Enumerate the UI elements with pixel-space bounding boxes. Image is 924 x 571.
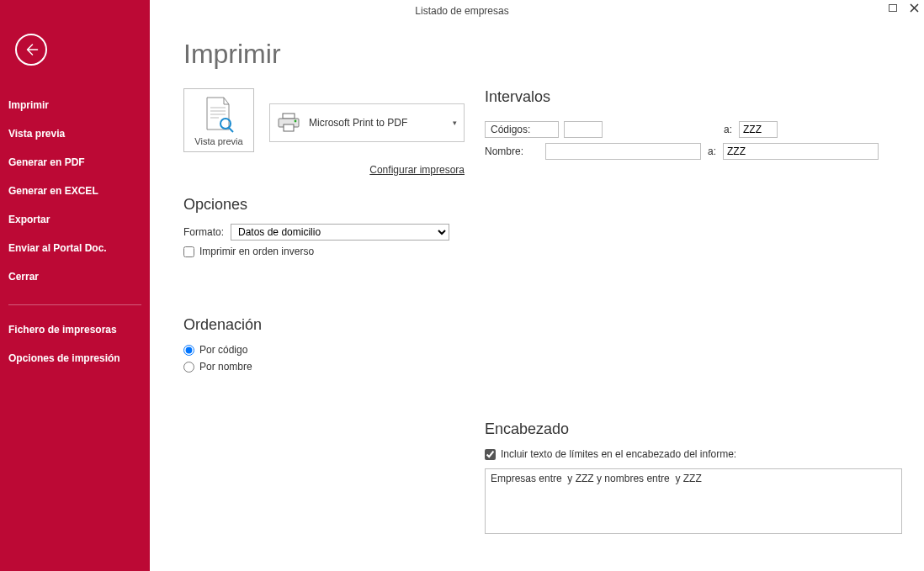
codigos-label: Códigos: [485, 121, 559, 138]
orden-inverso-label: Imprimir en orden inverso [199, 246, 314, 257]
page-title: Imprimir [183, 39, 902, 70]
back-button[interactable] [15, 34, 47, 66]
svg-rect-0 [889, 5, 897, 12]
por-codigo-radio[interactable] [183, 345, 194, 356]
encabezado-heading: Encabezado [485, 420, 902, 438]
printer-name: Microsoft Print to PDF [309, 117, 453, 129]
a-label-2: a: [706, 145, 718, 157]
incluir-texto-checkbox[interactable] [485, 449, 496, 460]
intervalos-heading: Intervalos [485, 88, 902, 106]
chevron-down-icon: ▾ [453, 119, 457, 127]
arrow-left-icon [24, 42, 39, 57]
encabezado-textarea[interactable] [485, 468, 902, 534]
main-panel: Imprimir Vista previa [150, 22, 924, 571]
sidebar-item-enviar-portal[interactable]: Enviar al Portal Doc. [0, 234, 150, 262]
printer-icon [277, 113, 300, 133]
sidebar-item-cerrar[interactable]: Cerrar [0, 262, 150, 291]
nombre-from-input[interactable] [545, 143, 701, 160]
por-nombre-radio[interactable] [183, 362, 194, 373]
svg-line-6 [229, 128, 233, 132]
vista-previa-button[interactable]: Vista previa [183, 88, 254, 152]
formato-select[interactable]: Datos de domicilio [231, 224, 449, 241]
opciones-heading: Opciones [183, 196, 465, 214]
nombre-to-input[interactable] [723, 143, 879, 160]
vista-previa-label: Vista previa [188, 136, 250, 146]
formato-label: Formato: [183, 226, 224, 238]
a-label-1: a: [722, 124, 734, 135]
sidebar-separator [8, 304, 141, 305]
codigos-to-input[interactable] [739, 121, 778, 138]
window-title: Listado de empresas [415, 5, 508, 17]
printer-selector[interactable]: Microsoft Print to PDF ▾ [269, 103, 465, 142]
sidebar-item-imprimir[interactable]: Imprimir [0, 91, 150, 119]
nombre-label: Nombre: [485, 143, 540, 160]
svg-rect-9 [284, 124, 294, 131]
sidebar-item-vista-previa[interactable]: Vista previa [0, 119, 150, 148]
orden-inverso-checkbox[interactable] [183, 246, 194, 257]
sidebar-item-fichero-impresoras[interactable]: Fichero de impresoras [0, 315, 150, 344]
incluir-texto-label: Incluir texto de límites en el encabezad… [501, 448, 736, 460]
maximize-icon[interactable] [889, 2, 898, 15]
codigos-from-input[interactable] [564, 121, 603, 138]
configurar-impresora-link[interactable]: Configurar impresora [369, 164, 465, 176]
close-icon[interactable] [910, 2, 919, 15]
sidebar: Imprimir Vista previa Generar en PDF Gen… [0, 0, 150, 571]
sidebar-item-generar-pdf[interactable]: Generar en PDF [0, 148, 150, 177]
svg-rect-7 [283, 114, 295, 119]
sidebar-item-opciones-impresion[interactable]: Opciones de impresión [0, 344, 150, 373]
document-preview-icon [202, 96, 236, 133]
svg-point-10 [295, 120, 297, 123]
sidebar-item-exportar[interactable]: Exportar [0, 205, 150, 234]
sidebar-item-generar-excel[interactable]: Generar en EXCEL [0, 177, 150, 205]
por-nombre-label: Por nombre [199, 361, 252, 373]
por-codigo-label: Por código [199, 344, 247, 356]
ordenacion-heading: Ordenación [183, 316, 465, 334]
